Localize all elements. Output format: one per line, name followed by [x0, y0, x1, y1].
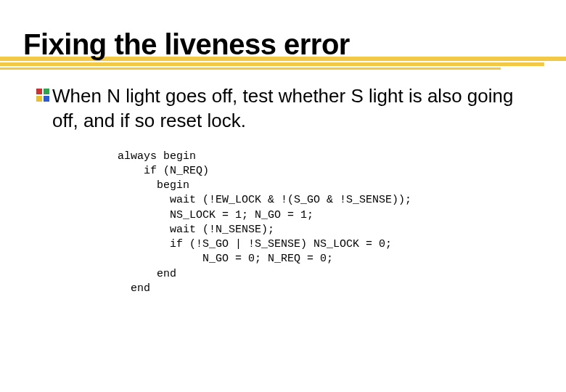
slide-title: Fixing the liveness error: [23, 29, 543, 60]
slide-container: Fixing the liveness error When N light g…: [0, 0, 566, 392]
svg-rect-0: [36, 89, 42, 94]
underline-stripe-3: [0, 68, 501, 70]
svg-rect-3: [44, 96, 49, 102]
title-block: Fixing the liveness error: [23, 29, 543, 60]
bullet-icon: [36, 89, 49, 102]
bullet-row: When N light goes off, test whether S li…: [36, 84, 543, 134]
bullet-text: When N light goes off, test whether S li…: [52, 84, 543, 134]
code-block: always begin if (N_REQ) begin wait (!EW_…: [118, 150, 543, 297]
underline-stripe-2: [0, 62, 544, 66]
svg-rect-2: [36, 96, 42, 102]
svg-rect-1: [44, 89, 49, 94]
